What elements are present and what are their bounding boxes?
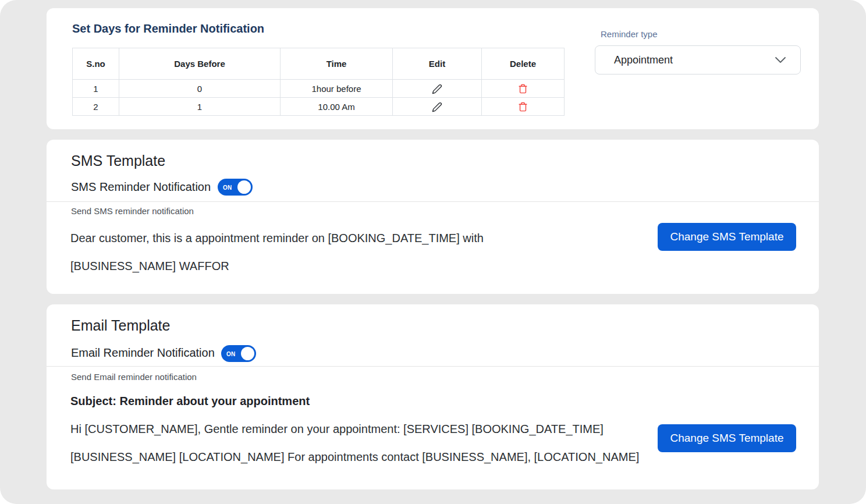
sms-subtitle: Send SMS reminder notification xyxy=(71,206,194,216)
trash-icon xyxy=(518,84,528,94)
table-row: 1 0 1hour before xyxy=(73,80,565,98)
reminder-type-select[interactable]: Appointment xyxy=(595,45,801,74)
header-delete: Delete xyxy=(482,48,565,80)
reminder-type-label: Reminder type xyxy=(601,29,658,39)
toggle-on-label: ON xyxy=(226,350,236,357)
email-message-line2: [BUSINESS_NAME] [LOCATION_NAME] For appo… xyxy=(70,450,639,464)
cell-days-before: 1 xyxy=(119,98,281,116)
table-row: 2 1 10.00 Am xyxy=(73,98,565,116)
cell-delete xyxy=(482,80,565,98)
email-subject-line: Subject: Reminder about your appointment xyxy=(70,395,310,408)
email-reminder-toggle[interactable]: ON xyxy=(221,345,256,362)
reminder-type-value: Appointment xyxy=(614,54,775,66)
cell-time: 1hour before xyxy=(281,80,393,98)
change-sms-template-button[interactable]: Change SMS Template xyxy=(658,223,796,251)
sms-message-line1: Dear customer, this is a appointment rem… xyxy=(70,232,484,245)
header-days-before: Days Before xyxy=(119,48,281,80)
table-header-row: S.no Days Before Time Edit Delete xyxy=(73,48,565,80)
sms-message-line2: [BUSINESS_NAME] WAFFOR xyxy=(70,260,229,273)
cell-days-before: 0 xyxy=(119,80,281,98)
chevron-down-icon xyxy=(775,56,786,63)
toggle-knob xyxy=(237,180,251,194)
pencil-icon xyxy=(432,102,442,112)
toggle-on-label: ON xyxy=(223,184,232,190)
email-template-card: Email Template Email Reminder Notificati… xyxy=(47,304,819,489)
header-sno: S.no xyxy=(73,48,119,80)
header-edit: Edit xyxy=(393,48,482,80)
cell-sno: 2 xyxy=(73,98,119,116)
cell-sno: 1 xyxy=(73,80,119,98)
toggle-knob xyxy=(241,347,254,360)
sms-reminder-toggle[interactable]: ON xyxy=(218,179,253,196)
email-message-line1: Hi [CUSTOMER_NAME], Gentle reminder on y… xyxy=(70,423,604,436)
email-toggle-label: Email Reminder Notification xyxy=(71,346,215,360)
email-card-title: Email Template xyxy=(71,317,170,334)
sms-card-title: SMS Template xyxy=(71,152,165,169)
days-reminder-card: Set Days for Reminder Notification S.no … xyxy=(47,8,819,129)
edit-button[interactable] xyxy=(432,102,442,112)
pencil-icon xyxy=(432,84,442,94)
reminder-days-table: S.no Days Before Time Edit Delete 1 0 1h… xyxy=(72,48,565,116)
cell-edit xyxy=(393,98,482,116)
edit-button[interactable] xyxy=(432,84,442,94)
cell-edit xyxy=(393,80,482,98)
page-background: Set Days for Reminder Notification S.no … xyxy=(0,0,866,504)
trash-icon xyxy=(518,102,528,112)
delete-button[interactable] xyxy=(518,102,528,112)
divider xyxy=(47,201,819,202)
cell-time: 10.00 Am xyxy=(281,98,393,116)
change-sms-template-button[interactable]: Change SMS Template xyxy=(658,424,796,452)
email-subtitle: Send Email reminder notification xyxy=(71,372,197,382)
header-time: Time xyxy=(281,48,393,80)
days-card-title: Set Days for Reminder Notification xyxy=(72,22,264,36)
sms-template-card: SMS Template SMS Reminder Notification O… xyxy=(47,140,819,294)
sms-toggle-label: SMS Reminder Notification xyxy=(71,180,211,194)
delete-button[interactable] xyxy=(518,84,528,94)
divider xyxy=(47,366,819,367)
cell-delete xyxy=(482,98,565,116)
